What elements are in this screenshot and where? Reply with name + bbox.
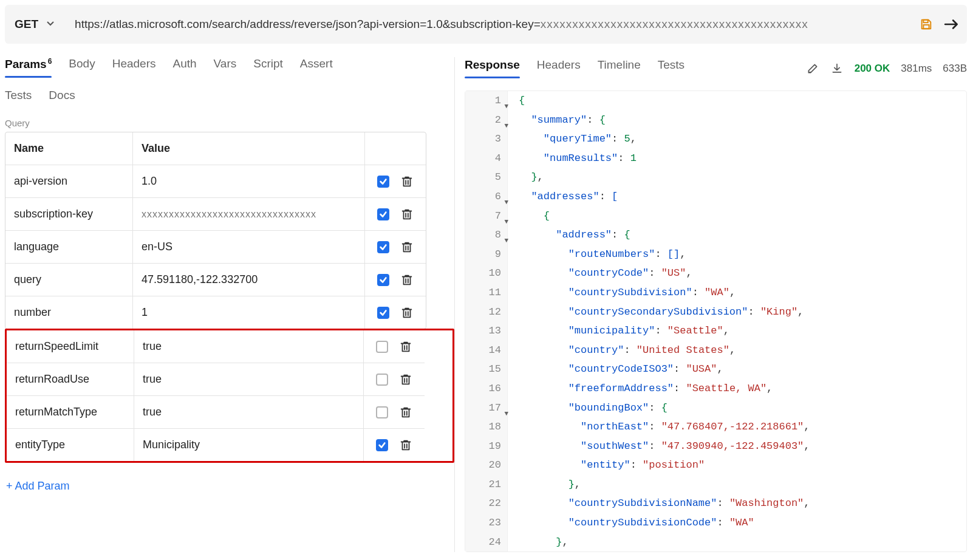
param-value[interactable]: true <box>134 363 364 395</box>
response-time: 381ms <box>901 63 932 75</box>
line-number: 5 <box>465 168 508 187</box>
param-enabled-checkbox[interactable] <box>377 307 389 319</box>
trash-icon[interactable] <box>399 439 412 452</box>
line-number: 19 <box>465 437 508 456</box>
trash-icon[interactable] <box>400 208 414 221</box>
request-bar: GET https://atlas.microsoft.com/search/a… <box>5 5 967 44</box>
tab-script[interactable]: Script <box>253 57 283 77</box>
tab-resp-tests[interactable]: Tests <box>658 58 685 78</box>
code-line: 4 "numResults": 1 <box>465 149 966 168</box>
param-name[interactable]: subscription-key <box>5 198 133 230</box>
param-enabled-checkbox[interactable] <box>377 208 389 220</box>
line-number: 12 <box>465 302 508 322</box>
svg-rect-1 <box>923 25 929 29</box>
code-line: 11 "countrySubdivision": "WA", <box>465 283 966 302</box>
trash-icon[interactable] <box>400 273 414 287</box>
line-number: 10 <box>465 264 508 283</box>
param-row: returnMatchTypetrue <box>7 396 425 429</box>
send-arrow-icon[interactable] <box>944 18 960 31</box>
param-value[interactable]: xxxxxxxxxxxxxxxxxxxxxxxxxxxxxxxx <box>133 198 365 230</box>
add-param-link[interactable]: + Add Param <box>6 480 70 493</box>
code-line: 7▼ { <box>465 207 966 226</box>
line-number: 22 <box>465 494 508 513</box>
param-enabled-checkbox[interactable] <box>377 274 389 286</box>
param-enabled-checkbox[interactable] <box>377 241 389 253</box>
param-enabled-checkbox[interactable] <box>376 341 388 353</box>
code-line: 3 "queryTime": 5, <box>465 129 966 149</box>
params-count: 6 <box>48 57 52 66</box>
save-icon[interactable] <box>920 18 933 31</box>
param-value[interactable]: true <box>134 396 364 428</box>
query-section-label: Query <box>5 118 454 128</box>
trash-icon[interactable] <box>399 406 412 419</box>
tab-response[interactable]: Response <box>465 58 520 78</box>
clear-icon[interactable] <box>806 62 819 75</box>
line-number: 24 <box>465 533 508 552</box>
trash-icon[interactable] <box>399 373 412 386</box>
tab-timeline[interactable]: Timeline <box>598 58 641 78</box>
trash-icon[interactable] <box>400 241 414 254</box>
param-enabled-checkbox[interactable] <box>376 439 388 451</box>
code-content: "entity": "position" <box>508 456 705 475</box>
response-body-viewer[interactable]: 1▼{2▼ "summary": {3 "queryTime": 5,4 "nu… <box>465 90 967 552</box>
code-content: "routeNumbers": [], <box>508 245 686 264</box>
line-number: 21 <box>465 475 508 494</box>
code-content: "municipality": "Seattle", <box>508 321 729 341</box>
tab-auth[interactable]: Auth <box>173 57 197 77</box>
param-value[interactable]: true <box>134 330 364 363</box>
line-number: 1▼ <box>465 91 508 111</box>
code-line: 24 }, <box>465 533 966 552</box>
subtab-tests[interactable]: Tests <box>5 89 32 102</box>
tab-headers[interactable]: Headers <box>112 57 156 77</box>
code-line: 12 "countrySecondarySubdivision": "King"… <box>465 302 966 322</box>
param-name[interactable]: api-version <box>5 165 133 197</box>
param-value[interactable]: 1 <box>133 296 365 329</box>
tab-vars[interactable]: Vars <box>214 57 237 77</box>
param-row: query47.591180,-122.332700 <box>5 264 426 296</box>
param-name[interactable]: entityType <box>7 429 134 461</box>
param-enabled-checkbox[interactable] <box>376 406 388 418</box>
code-content: "northEast": "47.768407,-122.218661", <box>508 417 810 437</box>
code-line: 17▼ "boundingBox": { <box>465 398 966 418</box>
request-subtabs: Tests Docs <box>5 89 454 102</box>
param-name[interactable]: number <box>5 296 133 329</box>
param-name[interactable]: returnMatchType <box>7 396 134 428</box>
code-content: "countryCodeISO3": "USA", <box>508 360 723 379</box>
method-dropdown[interactable]: GET <box>15 18 64 31</box>
pane-divider[interactable] <box>454 57 455 552</box>
trash-icon[interactable] <box>400 306 414 319</box>
url-input[interactable]: https://atlas.microsoft.com/search/addre… <box>75 18 909 31</box>
trash-icon[interactable] <box>399 340 412 353</box>
line-number: 14 <box>465 341 508 360</box>
param-value[interactable]: 47.591180,-122.332700 <box>133 264 365 296</box>
param-row: languageen-US <box>5 231 426 264</box>
param-name[interactable]: returnRoadUse <box>7 363 134 395</box>
code-content: }, <box>508 533 568 552</box>
param-value[interactable]: 1.0 <box>133 165 365 197</box>
param-name[interactable]: query <box>5 264 133 296</box>
col-value: Value <box>133 132 365 165</box>
line-number: 11 <box>465 283 508 302</box>
download-icon[interactable] <box>830 62 844 75</box>
subtab-docs[interactable]: Docs <box>49 89 75 102</box>
url-text: https://atlas.microsoft.com/search/addre… <box>75 18 541 30</box>
tab-assert[interactable]: Assert <box>300 57 333 77</box>
param-name[interactable]: language <box>5 231 133 263</box>
trash-icon[interactable] <box>400 175 414 188</box>
param-name[interactable]: returnSpeedLimit <box>7 330 134 363</box>
param-value[interactable]: Municipality <box>134 429 364 461</box>
param-row: returnRoadUsetrue <box>7 363 425 396</box>
code-line: 9 "routeNumbers": [], <box>465 245 966 264</box>
param-value[interactable]: en-US <box>133 231 365 263</box>
code-content: }, <box>508 475 581 494</box>
param-enabled-checkbox[interactable] <box>376 374 388 386</box>
line-number: 15 <box>465 360 508 379</box>
code-content: }, <box>508 168 544 187</box>
param-enabled-checkbox[interactable] <box>377 176 389 188</box>
tab-body[interactable]: Body <box>69 57 95 77</box>
code-content: "summary": { <box>508 111 606 130</box>
param-row: returnSpeedLimittrue <box>7 330 425 363</box>
tab-params[interactable]: Params6 <box>5 57 52 77</box>
tab-resp-headers[interactable]: Headers <box>537 58 581 78</box>
line-number: 18 <box>465 417 508 437</box>
